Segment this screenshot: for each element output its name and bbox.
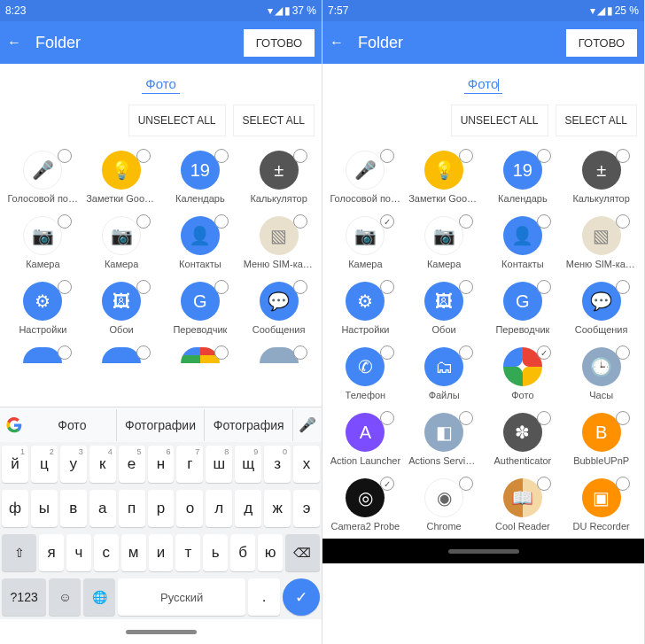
app-item[interactable]: ◧Actions Services	[405, 407, 484, 473]
app-item[interactable]: BBubbleUPnP	[562, 407, 641, 473]
checkbox-icon[interactable]	[380, 280, 394, 294]
key[interactable]: э	[293, 490, 320, 527]
unselect-all-button[interactable]: UNSELECT ALL	[451, 105, 548, 136]
app-item[interactable]: ▣DU Recorder	[562, 473, 641, 539]
app-item[interactable]: 📷Камера	[326, 211, 405, 276]
suggestion-1[interactable]: Фото	[28, 409, 117, 441]
checkbox-icon[interactable]	[459, 214, 473, 229]
key[interactable]: н6	[148, 446, 175, 483]
key[interactable]: ы	[31, 490, 58, 527]
checkbox-icon[interactable]	[293, 149, 307, 163]
app-item[interactable]: ✆Телефон	[326, 342, 405, 407]
checkbox-icon[interactable]	[616, 214, 630, 229]
checkbox-icon[interactable]	[380, 345, 394, 360]
key[interactable]: г7	[176, 446, 203, 483]
checkbox-icon[interactable]	[616, 345, 630, 360]
app-item[interactable]: AAction Launcher	[326, 407, 405, 473]
key[interactable]: ф	[2, 490, 28, 527]
key[interactable]: е5	[119, 446, 145, 483]
key[interactable]: з0	[264, 446, 291, 483]
key[interactable]: м	[121, 534, 146, 571]
checkbox-icon[interactable]	[136, 280, 151, 294]
app-item[interactable]: 🎤Голосовой пои..	[326, 145, 405, 211]
key[interactable]: ш8	[206, 446, 232, 483]
folder-name-field[interactable]: Фото	[322, 64, 644, 96]
key[interactable]: й1	[2, 446, 28, 483]
app-item[interactable]: ◎Camera2 Probe	[326, 473, 405, 539]
key[interactable]: а	[89, 490, 116, 527]
app-item[interactable]: ✦Фото	[484, 342, 563, 407]
checkbox-icon[interactable]	[58, 345, 72, 360]
checkbox-icon[interactable]	[136, 214, 151, 229]
key[interactable]: у3	[60, 446, 87, 483]
google-icon[interactable]	[0, 417, 28, 433]
unselect-all-button[interactable]: UNSELECT ALL	[128, 105, 226, 136]
key[interactable]: с	[94, 534, 119, 571]
key[interactable]: я	[39, 534, 64, 571]
key[interactable]: п	[119, 490, 145, 527]
checkbox-icon[interactable]	[459, 149, 473, 163]
app-item[interactable]: 19Календарь	[484, 145, 563, 211]
select-all-button[interactable]: SELECT ALL	[556, 105, 638, 136]
key[interactable]: к4	[89, 446, 116, 483]
key[interactable]: р	[148, 490, 175, 527]
key-shift[interactable]: ⇧	[2, 534, 36, 571]
key[interactable]: ц2	[31, 446, 58, 483]
key-symbols[interactable]: ?123	[2, 578, 46, 616]
app-item[interactable]: 19Календарь	[161, 145, 240, 211]
app-item[interactable]	[239, 342, 318, 363]
checkbox-icon[interactable]	[214, 149, 229, 163]
checkbox-icon[interactable]	[459, 280, 473, 294]
checkbox-icon[interactable]	[459, 411, 473, 425]
key-backspace[interactable]: ⌫	[285, 534, 320, 571]
back-icon[interactable]: ←	[330, 35, 344, 50]
app-item[interactable]: ✽Authenticator	[484, 407, 563, 473]
key[interactable]: д	[235, 490, 261, 527]
checkbox-icon[interactable]	[136, 345, 151, 360]
app-item[interactable]: 🗂Файлы	[405, 342, 484, 407]
app-item[interactable]: 📷Камера	[405, 211, 484, 276]
checkbox-icon[interactable]	[537, 477, 551, 491]
key[interactable]: в	[60, 490, 87, 527]
back-icon[interactable]: ←	[7, 35, 21, 50]
app-item[interactable]: 👤Контакты	[484, 211, 563, 276]
suggestion-3[interactable]: Фотография	[205, 409, 293, 441]
checkbox-icon[interactable]	[537, 345, 551, 360]
key[interactable]: ч	[66, 534, 91, 571]
checkbox-icon[interactable]	[214, 345, 229, 360]
done-button[interactable]: ГОТОВО	[566, 29, 637, 57]
folder-name-field[interactable]: Фото	[0, 64, 322, 96]
key[interactable]: х	[293, 446, 320, 483]
suggestion-2[interactable]: Фотографии	[117, 409, 206, 441]
home-pill-icon[interactable]	[126, 630, 197, 634]
checkbox-icon[interactable]	[58, 214, 72, 229]
app-item[interactable]: 👤Контакты	[161, 211, 240, 276]
key[interactable]: б	[230, 534, 255, 571]
app-item[interactable]: 📷Камера	[82, 211, 161, 276]
mic-icon[interactable]: 🎤	[293, 416, 322, 433]
checkbox-icon[interactable]	[616, 411, 630, 425]
checkbox-icon[interactable]	[293, 345, 307, 360]
done-button[interactable]: ГОТОВО	[244, 29, 315, 57]
checkbox-icon[interactable]	[537, 214, 551, 229]
app-item[interactable]	[4, 342, 82, 363]
key[interactable]: ж	[264, 490, 291, 527]
key-period[interactable]: .	[248, 578, 280, 616]
app-item[interactable]: ⚙Настройки	[326, 276, 405, 342]
app-item[interactable]: 📷Камера	[4, 211, 82, 276]
checkbox-icon[interactable]	[380, 411, 394, 425]
app-item[interactable]: 📖Cool Reader	[484, 473, 563, 539]
app-item[interactable]: 🕒Часы	[562, 342, 641, 407]
app-item[interactable]: 💬Сообщения	[239, 276, 318, 342]
app-item[interactable]: ±Калькулятор	[239, 145, 318, 211]
app-item[interactable]: GПереводчик	[484, 276, 563, 342]
key-emoji[interactable]: ☺	[49, 578, 81, 616]
checkbox-icon[interactable]	[380, 149, 394, 163]
key[interactable]: л	[206, 490, 232, 527]
checkbox-icon[interactable]	[136, 149, 151, 163]
checkbox-icon[interactable]	[58, 280, 72, 294]
app-item[interactable]: ⚙Настройки	[4, 276, 82, 342]
app-item[interactable]: 🖼Обои	[405, 276, 484, 342]
checkbox-icon[interactable]	[459, 477, 473, 491]
app-item[interactable]: 🖼Обои	[82, 276, 161, 342]
